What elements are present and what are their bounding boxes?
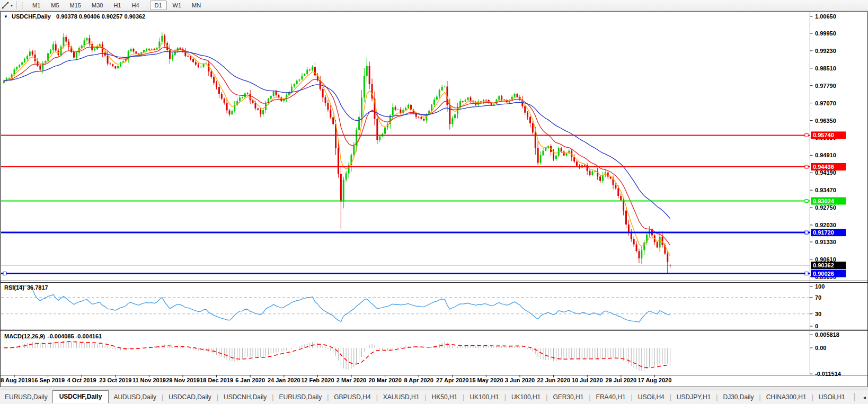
- chart-tab-gbpusd-h4[interactable]: GBPUSD,H4: [329, 391, 375, 403]
- date-axis-label: 28 Aug 2019: [0, 377, 31, 383]
- macd-axis-tick: 0.005818: [815, 331, 839, 338]
- price-line-label: 0.94436: [813, 164, 834, 170]
- date-axis-label: 10 Jul 2020: [572, 377, 603, 383]
- chart-tab-china300-h1[interactable]: CHINA300,H1: [761, 391, 811, 403]
- date-axis-label: 6 Jan 2020: [235, 377, 265, 383]
- rsi-axis-tick: 100: [815, 283, 825, 290]
- price-axis-tick: 0.99950: [815, 30, 836, 37]
- rsi-axis-tick: 70: [815, 294, 821, 301]
- chart-tab-usdcnh-daily[interactable]: USDCNH,Daily: [219, 391, 271, 403]
- price-axis-tick: 0.92750: [815, 204, 836, 211]
- line-tool-caret-icon[interactable]: ▾: [11, 3, 13, 8]
- timeframe-button-mn[interactable]: MN: [187, 1, 206, 10]
- timeframe-button-m5[interactable]: M5: [46, 1, 64, 10]
- timeframe-button-m1[interactable]: M1: [28, 1, 45, 10]
- chart-tab-uk100-h1[interactable]: UK100,H1: [465, 391, 503, 403]
- date-axis-label: 11 Nov 2019: [132, 377, 166, 383]
- rsi-value: 36.7817: [27, 284, 48, 291]
- macd-label: MACD(12,26,9)-0.004085 -0.004161: [4, 333, 102, 339]
- timeframe-button-m30[interactable]: M30: [87, 1, 108, 10]
- timeframe-button-w1[interactable]: W1: [168, 1, 187, 10]
- timeframe-button-d1[interactable]: D1: [150, 1, 167, 10]
- macd-name: MACD(12,26,9): [4, 333, 45, 339]
- chart-tab-eurusd-daily[interactable]: EURUSD,Daily: [274, 391, 326, 403]
- chart-tab-usdjpy-h1[interactable]: USDJPY,H1: [672, 391, 715, 403]
- price-axis-tick: 0.99230: [815, 48, 836, 54]
- price-axis-tick: 0.92030: [815, 222, 836, 228]
- date-axis-label: 29 Jul 2020: [605, 377, 636, 383]
- rsi-axis-tick: 30: [815, 311, 821, 317]
- price-axis-tick: 0.96350: [815, 118, 836, 124]
- timeframe-button-h4[interactable]: H4: [127, 1, 144, 10]
- macd-values: -0.004085 -0.004161: [48, 333, 102, 339]
- date-axis-label: 27 Apr 2020: [436, 377, 468, 383]
- chart-title-caret-icon[interactable]: ▼: [4, 14, 8, 19]
- chart-tab-usdcad-daily[interactable]: USDCAD,Daily: [164, 391, 216, 403]
- chart-tab-uk100-h1[interactable]: UK100,H1: [507, 391, 545, 403]
- price-axis-tick: 0.93470: [815, 187, 836, 193]
- price-line-label: 0.90026: [813, 271, 834, 277]
- timeframe-button-h1[interactable]: H1: [109, 1, 126, 10]
- price-axis-tick: 0.91330: [815, 239, 836, 245]
- top-toolbar: ▾ M1M5M15M30H1H4D1W1MN: [0, 0, 868, 11]
- date-axis-label: 8 Apr 2020: [404, 377, 433, 383]
- price-axis-tick: 0.98510: [815, 65, 836, 71]
- line-tool-icon[interactable]: [1, 1, 10, 10]
- chart-canvas[interactable]: 1.006500.999500.992300.985100.977900.970…: [0, 0, 868, 404]
- tab-arrows-separator: [854, 393, 855, 401]
- chart-tab-xauusd-h1[interactable]: XAUUSD,H1: [378, 391, 424, 403]
- date-axis-label: 2 Mar 2020: [336, 377, 366, 383]
- date-axis-label: 20 Mar 2020: [368, 377, 401, 383]
- chart-tab-hk50-h1[interactable]: HK50,H1: [427, 391, 463, 403]
- mt4-window: { "icons": { "line_tool": "line-tool", "…: [0, 0, 868, 404]
- date-axis-label: 23 Oct 2019: [99, 377, 131, 383]
- date-axis-label: 4 Oct 2019: [67, 377, 96, 383]
- price-line-label: 0.90362: [813, 262, 834, 268]
- price-line-label: 0.95740: [813, 132, 834, 138]
- macd-axis-tick: 0.00: [815, 345, 826, 351]
- price-line-label: 0.91720: [813, 229, 834, 236]
- date-axis-label: 17 Aug 2020: [638, 377, 672, 383]
- price-axis-tick: 0.97070: [815, 100, 836, 106]
- chart-tab-bar: EURUSD,DailyUSDCHF,DailyAUDUSD,Daily|USD…: [0, 390, 868, 404]
- chart-tab-ger30-h1[interactable]: GER30,H1: [548, 391, 588, 403]
- tab-scroll-arrows: ◂ ▸: [850, 390, 868, 404]
- date-axis-label: 15 May 2020: [469, 377, 503, 383]
- date-axis-label: 16 Sep 2019: [31, 377, 65, 383]
- toolbar-separator: [147, 1, 147, 10]
- chart-tab-usdchf-daily[interactable]: USDCHF,Daily: [52, 390, 109, 403]
- chart-tab-eurusd-daily[interactable]: EURUSD,Daily: [0, 391, 52, 403]
- chart-tab-audusd-daily[interactable]: AUDUSD,Daily: [109, 391, 161, 403]
- chart-title-symbol: USDCHF,Daily: [12, 13, 51, 20]
- date-axis-label: 18 Dec 2019: [200, 377, 233, 383]
- price-axis-tick: 0.90610: [815, 256, 836, 263]
- macd-axis-tick: -0.011514: [815, 371, 842, 377]
- rsi-name: RSI(14): [4, 284, 24, 291]
- chart-tab-dj30-daily[interactable]: DJ30,Daily: [718, 391, 758, 403]
- chart-tab-usoil-h1[interactable]: USOil,H1: [814, 391, 850, 403]
- chart-title-ohlc: 0.90378 0.90406 0.90257 0.90362: [56, 13, 145, 20]
- price-axis-tick: 0.97790: [815, 83, 836, 89]
- date-axis-label: 24 Jan 2020: [268, 377, 300, 383]
- date-axis-label: 22 Jun 2020: [537, 377, 570, 383]
- price-axis-tick: 1.00650: [815, 13, 836, 20]
- toolbar-grip-handle[interactable]: [21, 2, 23, 10]
- date-axis-label: 3 Jun 2020: [505, 377, 535, 383]
- date-axis-label: 29 Nov 2019: [166, 377, 200, 383]
- timeframe-button-m15[interactable]: M15: [65, 1, 86, 10]
- price-axis-tick: 0.94190: [815, 169, 836, 176]
- chart-title: ▼ USDCHF,Daily 0.90378 0.90406 0.90257 0…: [4, 13, 145, 20]
- price-axis-tick: 0.94910: [815, 152, 836, 158]
- price-line-label: 0.93024: [813, 198, 835, 204]
- chart-tab-usoil-h4[interactable]: USOil,H4: [633, 391, 669, 403]
- tab-scroll-left-icon[interactable]: ◂: [863, 394, 866, 400]
- date-axis-label: 12 Feb 2020: [301, 377, 334, 383]
- chart-tab-fra40-h1[interactable]: FRA40,H1: [591, 391, 631, 403]
- rsi-label: RSI(14)36.7817: [4, 284, 48, 291]
- toolbar-separator: [16, 1, 17, 10]
- rsi-axis-tick: 0: [815, 323, 818, 329]
